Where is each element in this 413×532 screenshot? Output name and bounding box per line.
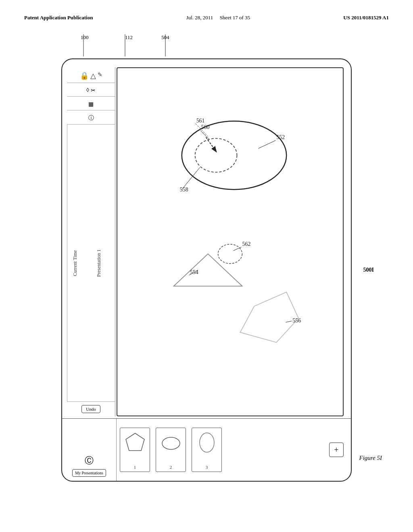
svg-line-5 (206, 137, 216, 151)
svg-point-8 (218, 244, 242, 264)
figure-label: Figure 5I (359, 455, 382, 461)
slide-1-shape (124, 431, 146, 461)
slide-thumb-1[interactable]: 1 (120, 428, 150, 472)
sidebar-text-area: Current Time Presentation 1 (67, 125, 115, 401)
canvas-drawing: 552 558 560 561 554 562 556 (117, 68, 343, 416)
header-right: US 2011/0181529 A1 (343, 15, 389, 21)
info-icon: ⓘ (88, 114, 94, 122)
svg-text:561: 561 (196, 118, 205, 124)
slide-thumb-3[interactable]: 3 (192, 428, 222, 472)
svg-line-22 (286, 321, 292, 322)
sidebar: 🔒 △ ✎ ◊ ✂ ▦ ⓘ (67, 67, 115, 416)
diamond-icon: ◊ (86, 87, 89, 94)
scissors-icon: ✂ (91, 87, 96, 94)
sidebar-bottom: Undo (67, 401, 115, 416)
svg-text:560: 560 (201, 125, 210, 131)
svg-line-18 (200, 130, 209, 139)
ref-5001-label: 500I (363, 267, 374, 273)
svg-point-3 (182, 121, 287, 190)
slide-3-number: 3 (206, 465, 208, 470)
slide-2-shape (160, 431, 182, 461)
my-presentations-button[interactable]: My Presentations (72, 469, 106, 477)
slide-thumb-2[interactable]: 2 (156, 428, 186, 472)
svg-text:552: 552 (276, 134, 285, 140)
svg-text:562: 562 (242, 241, 250, 247)
svg-marker-9 (240, 292, 298, 343)
main-canvas: 552 558 560 561 554 562 556 (117, 67, 344, 416)
svg-marker-24 (126, 433, 144, 451)
sidebar-icons-2: ◊ ✂ (67, 83, 115, 97)
bottom-left-panel: Ⓒ My Presentations (62, 419, 117, 481)
svg-point-25 (162, 437, 180, 449)
add-slide-button[interactable]: + (329, 443, 344, 457)
pencil-icon: ✎ (98, 71, 102, 80)
svg-marker-7 (174, 254, 242, 286)
undo-button[interactable]: Undo (81, 405, 100, 413)
svg-point-4 (195, 138, 237, 172)
diagram-container: 100 112 504 🔒 △ (24, 40, 389, 500)
svg-text:556: 556 (292, 318, 301, 324)
slide-thumbnails: 1 2 3 (117, 419, 351, 481)
sidebar-icons: 🔒 △ ✎ (67, 67, 115, 83)
tablet-device: 🔒 △ ✎ ◊ ✂ ▦ ⓘ (61, 58, 352, 482)
patent-header: Patent Application Publication Jul. 28, … (24, 15, 389, 21)
presentation-label: Presentation 1 (83, 125, 115, 401)
header-center: Jul. 28, 2011 Sheet 17 of 35 (186, 15, 250, 21)
bottom-strip: Ⓒ My Presentations 1 (62, 418, 351, 481)
current-time-label: Current Time (67, 125, 83, 401)
svg-line-23 (182, 167, 200, 189)
header-left: Patent Application Publication (24, 15, 93, 21)
svg-point-26 (200, 433, 214, 452)
slide-3-shape (196, 431, 218, 461)
slide-1-number: 1 (134, 465, 136, 470)
image-icon: ▦ (88, 101, 94, 108)
sidebar-icons-3: ▦ (67, 97, 115, 110)
triangle-icon: △ (90, 71, 96, 80)
lock-icon: 🔒 (80, 71, 89, 80)
svg-text:558: 558 (180, 187, 188, 193)
wifi-icon: Ⓒ (85, 455, 94, 467)
slide-2-number: 2 (170, 465, 172, 470)
sidebar-icons-4: ⓘ (67, 110, 115, 125)
svg-line-17 (258, 140, 275, 148)
